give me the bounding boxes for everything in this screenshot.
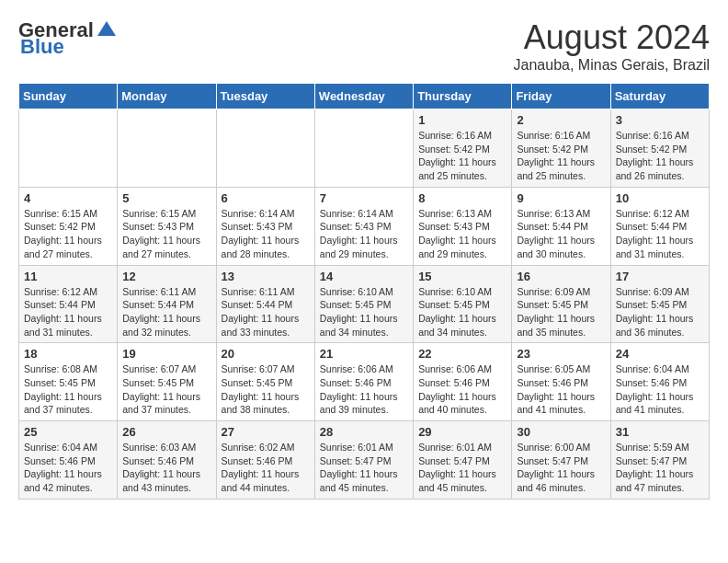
day-number: 23	[517, 347, 605, 361]
day-info: Sunrise: 6:06 AM Sunset: 5:46 PM Dayligh…	[418, 362, 506, 417]
calendar-cell: 11Sunrise: 6:12 AM Sunset: 5:44 PM Dayli…	[19, 265, 118, 343]
calendar-cell: 12Sunrise: 6:11 AM Sunset: 5:44 PM Dayli…	[118, 265, 216, 343]
calendar-cell	[216, 109, 314, 188]
day-info: Sunrise: 6:12 AM Sunset: 5:44 PM Dayligh…	[24, 285, 112, 339]
calendar-cell: 7Sunrise: 6:14 AM Sunset: 5:43 PM Daylig…	[314, 187, 413, 265]
calendar-cell: 17Sunrise: 6:09 AM Sunset: 5:45 PM Dayli…	[610, 265, 709, 343]
week-row-3: 11Sunrise: 6:12 AM Sunset: 5:44 PM Dayli…	[19, 265, 710, 343]
calendar-cell	[118, 109, 216, 188]
day-number: 3	[616, 113, 704, 127]
day-info: Sunrise: 6:03 AM Sunset: 5:46 PM Dayligh…	[122, 441, 210, 495]
day-number: 29	[418, 425, 506, 439]
day-number: 12	[122, 270, 210, 283]
calendar-cell: 8Sunrise: 6:13 AM Sunset: 5:43 PM Daylig…	[414, 187, 512, 265]
day-info: Sunrise: 6:10 AM Sunset: 5:45 PM Dayligh…	[418, 285, 506, 339]
day-number: 27	[222, 425, 310, 439]
calendar-cell: 1Sunrise: 6:16 AM Sunset: 5:42 PM Daylig…	[414, 109, 512, 188]
calendar-cell: 16Sunrise: 6:09 AM Sunset: 5:45 PM Dayli…	[512, 265, 610, 343]
calendar-cell: 18Sunrise: 6:08 AM Sunset: 5:45 PM Dayli…	[19, 343, 118, 421]
day-info: Sunrise: 6:04 AM Sunset: 5:46 PM Dayligh…	[24, 441, 112, 495]
day-number: 25	[24, 425, 112, 439]
location-subtitle: Janauba, Minas Gerais, Brazil	[514, 57, 710, 74]
calendar-cell: 26Sunrise: 6:03 AM Sunset: 5:46 PM Dayli…	[118, 421, 216, 500]
calendar-cell: 30Sunrise: 6:00 AM Sunset: 5:47 PM Dayli…	[512, 421, 610, 500]
header-tuesday: Tuesday	[216, 84, 314, 109]
day-number: 26	[122, 425, 210, 439]
day-number: 5	[122, 191, 210, 205]
day-info: Sunrise: 6:02 AM Sunset: 5:46 PM Dayligh…	[222, 441, 310, 495]
calendar-cell: 15Sunrise: 6:10 AM Sunset: 5:45 PM Dayli…	[414, 265, 512, 343]
header-sunday: Sunday	[19, 84, 118, 109]
day-info: Sunrise: 6:09 AM Sunset: 5:45 PM Dayligh…	[517, 285, 605, 339]
day-number: 22	[418, 347, 506, 361]
day-info: Sunrise: 6:15 AM Sunset: 5:42 PM Dayligh…	[24, 207, 112, 261]
day-number: 18	[24, 347, 112, 361]
day-number: 16	[517, 270, 605, 283]
logo: General Blue	[18, 18, 118, 59]
day-number: 9	[517, 191, 605, 205]
day-number: 11	[24, 270, 112, 283]
day-number: 20	[222, 347, 310, 361]
day-number: 6	[222, 191, 310, 205]
day-number: 17	[616, 270, 704, 283]
title-area: August 2024 Janauba, Minas Gerais, Brazi…	[514, 18, 710, 74]
day-info: Sunrise: 6:08 AM Sunset: 5:45 PM Dayligh…	[24, 362, 112, 417]
day-info: Sunrise: 6:13 AM Sunset: 5:44 PM Dayligh…	[517, 207, 605, 261]
day-info: Sunrise: 6:10 AM Sunset: 5:45 PM Dayligh…	[320, 285, 408, 339]
day-number: 7	[320, 191, 408, 205]
day-number: 15	[418, 270, 506, 283]
week-row-1: 1Sunrise: 6:16 AM Sunset: 5:42 PM Daylig…	[19, 109, 710, 188]
day-info: Sunrise: 6:11 AM Sunset: 5:44 PM Dayligh…	[122, 285, 210, 339]
calendar-cell: 6Sunrise: 6:14 AM Sunset: 5:43 PM Daylig…	[216, 187, 314, 265]
logo-blue-text: Blue	[20, 35, 64, 59]
day-number: 2	[517, 113, 605, 127]
day-info: Sunrise: 6:13 AM Sunset: 5:43 PM Dayligh…	[418, 207, 506, 261]
day-info: Sunrise: 6:11 AM Sunset: 5:44 PM Dayligh…	[222, 285, 310, 339]
calendar-cell: 27Sunrise: 6:02 AM Sunset: 5:46 PM Dayli…	[216, 421, 314, 500]
calendar-cell: 10Sunrise: 6:12 AM Sunset: 5:44 PM Dayli…	[610, 187, 709, 265]
day-info: Sunrise: 6:16 AM Sunset: 5:42 PM Dayligh…	[616, 129, 704, 183]
month-year-title: August 2024	[514, 18, 710, 57]
day-number: 10	[616, 191, 704, 205]
calendar-cell: 28Sunrise: 6:01 AM Sunset: 5:47 PM Dayli…	[314, 421, 413, 500]
day-info: Sunrise: 6:01 AM Sunset: 5:47 PM Dayligh…	[418, 441, 506, 495]
day-info: Sunrise: 6:15 AM Sunset: 5:43 PM Dayligh…	[122, 207, 210, 261]
calendar-cell: 19Sunrise: 6:07 AM Sunset: 5:45 PM Dayli…	[118, 343, 216, 421]
day-number: 24	[616, 347, 704, 361]
day-number: 1	[418, 113, 506, 127]
day-info: Sunrise: 6:00 AM Sunset: 5:47 PM Dayligh…	[517, 441, 605, 495]
svg-marker-0	[97, 21, 116, 36]
day-number: 14	[320, 270, 408, 283]
day-info: Sunrise: 5:59 AM Sunset: 5:47 PM Dayligh…	[616, 441, 704, 495]
header-saturday: Saturday	[610, 84, 709, 109]
calendar-cell: 4Sunrise: 6:15 AM Sunset: 5:42 PM Daylig…	[19, 187, 118, 265]
calendar-cell: 31Sunrise: 5:59 AM Sunset: 5:47 PM Dayli…	[610, 421, 709, 500]
day-number: 19	[122, 347, 210, 361]
calendar-cell: 20Sunrise: 6:07 AM Sunset: 5:45 PM Dayli…	[216, 343, 314, 421]
calendar-cell: 24Sunrise: 6:04 AM Sunset: 5:46 PM Dayli…	[610, 343, 709, 421]
day-info: Sunrise: 6:14 AM Sunset: 5:43 PM Dayligh…	[320, 207, 408, 261]
calendar-cell: 22Sunrise: 6:06 AM Sunset: 5:46 PM Dayli…	[414, 343, 512, 421]
header-friday: Friday	[512, 84, 610, 109]
calendar-cell: 3Sunrise: 6:16 AM Sunset: 5:42 PM Daylig…	[610, 109, 709, 188]
calendar-cell: 9Sunrise: 6:13 AM Sunset: 5:44 PM Daylig…	[512, 187, 610, 265]
calendar-cell: 25Sunrise: 6:04 AM Sunset: 5:46 PM Dayli…	[19, 421, 118, 500]
day-number: 8	[418, 191, 506, 205]
day-info: Sunrise: 6:06 AM Sunset: 5:46 PM Dayligh…	[320, 362, 408, 417]
calendar-header-row: SundayMondayTuesdayWednesdayThursdayFrid…	[19, 84, 710, 109]
day-info: Sunrise: 6:07 AM Sunset: 5:45 PM Dayligh…	[122, 362, 210, 417]
day-number: 31	[616, 425, 704, 439]
day-info: Sunrise: 6:04 AM Sunset: 5:46 PM Dayligh…	[616, 362, 704, 417]
day-info: Sunrise: 6:01 AM Sunset: 5:47 PM Dayligh…	[320, 441, 408, 495]
calendar-cell: 2Sunrise: 6:16 AM Sunset: 5:42 PM Daylig…	[512, 109, 610, 188]
header-thursday: Thursday	[414, 84, 512, 109]
day-info: Sunrise: 6:09 AM Sunset: 5:45 PM Dayligh…	[616, 285, 704, 339]
day-info: Sunrise: 6:12 AM Sunset: 5:44 PM Dayligh…	[616, 207, 704, 261]
day-info: Sunrise: 6:07 AM Sunset: 5:45 PM Dayligh…	[222, 362, 310, 417]
calendar-cell: 14Sunrise: 6:10 AM Sunset: 5:45 PM Dayli…	[314, 265, 413, 343]
day-number: 21	[320, 347, 408, 361]
day-number: 4	[24, 191, 112, 205]
week-row-4: 18Sunrise: 6:08 AM Sunset: 5:45 PM Dayli…	[19, 343, 710, 421]
day-info: Sunrise: 6:14 AM Sunset: 5:43 PM Dayligh…	[222, 207, 310, 261]
page-header: General Blue August 2024 Janauba, Minas …	[18, 18, 710, 74]
